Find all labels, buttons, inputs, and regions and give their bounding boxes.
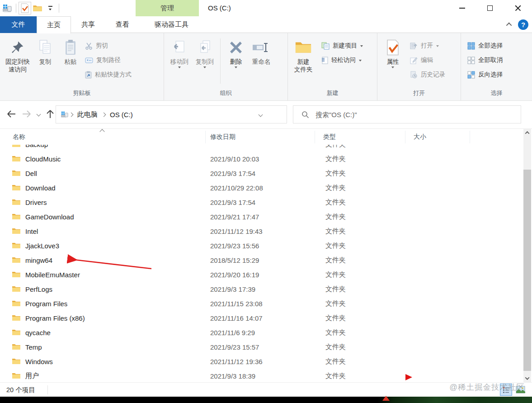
thumbnail-view-button[interactable] (514, 384, 527, 396)
column-header-label: 修改日期 (210, 133, 235, 141)
dropdown-icon (436, 45, 439, 47)
column-header-name[interactable]: 名称 (0, 131, 206, 143)
tab-drive-tools[interactable]: 驱动器工具 (143, 16, 200, 33)
move-to-button[interactable]: 移动到 (167, 38, 192, 69)
copy-to-icon (197, 38, 212, 57)
breadcrumb-this-pc[interactable]: 此电脑 (74, 106, 101, 123)
history-label: 历史记录 (421, 71, 445, 79)
easy-access-button[interactable]: 轻松访问 (320, 53, 365, 67)
file-row[interactable]: CloudMusic 2021/9/10 20:03 文件夹 (0, 152, 523, 166)
file-row[interactable]: Download 2021/10/29 22:08 文件夹 (0, 180, 523, 195)
group-label-new: 新建 (288, 89, 377, 100)
breadcrumb-chevron-icon[interactable] (102, 112, 106, 117)
file-row[interactable]: Program Files 2021/11/15 23:08 文件夹 (0, 296, 523, 311)
group-label-clipboard: 剪贴板 (0, 89, 164, 100)
tab-file[interactable]: 文件 (0, 16, 37, 33)
tab-share[interactable]: 共享 (71, 16, 105, 33)
dropdown-icon (203, 66, 206, 68)
column-header-date-modified[interactable]: 修改日期 (206, 131, 315, 143)
delete-button[interactable]: 删除 (223, 38, 249, 69)
copy-path-icon (85, 57, 93, 63)
file-row[interactable]: qycache 2021/11/6 9:29 文件夹 (0, 325, 523, 340)
vertical-scrollbar[interactable] (523, 129, 531, 382)
scroll-up-button[interactable] (523, 129, 531, 137)
new-folder-button[interactable]: 新建 文件夹 (291, 38, 316, 74)
edit-button[interactable]: 编辑 (408, 53, 447, 67)
properties-check-icon (386, 38, 400, 57)
file-name: Download (25, 184, 56, 192)
scroll-down-button[interactable] (523, 375, 531, 382)
qat-customize-button[interactable] (44, 2, 56, 14)
copy-path-button[interactable]: 复制路径 (83, 53, 133, 67)
file-row[interactable]: PerfLogs 2021/9/3 17:39 文件夹 (0, 282, 523, 296)
close-button[interactable] (504, 0, 532, 16)
address-bar[interactable]: 此电脑 OS (C:) (56, 105, 287, 123)
collapse-ribbon-icon[interactable] (506, 23, 512, 28)
select-all-icon (467, 42, 475, 50)
properties-button[interactable]: 属性 (380, 38, 405, 69)
folder-icon (12, 242, 21, 249)
cut-button[interactable]: 剪切 (83, 38, 133, 53)
dropdown-icon (360, 45, 363, 47)
help-button[interactable]: ? (518, 19, 528, 30)
sort-ascending-icon (99, 129, 104, 134)
scrollbar-thumb[interactable] (523, 170, 531, 371)
file-row[interactable]: Dell 2021/9/3 17:54 文件夹 (0, 166, 523, 180)
up-button[interactable] (43, 107, 57, 121)
select-all-button[interactable]: 全部选择 (466, 38, 504, 53)
qat-properties-button[interactable] (19, 2, 31, 14)
group-label-organize: 组织 (164, 89, 287, 100)
file-row[interactable]: Temp 2021/9/23 15:57 文件夹 (0, 340, 523, 354)
file-row[interactable]: JjackLove3 2021/9/23 15:56 文件夹 (0, 238, 523, 253)
search-box[interactable] (293, 105, 521, 123)
status-separator (47, 385, 48, 394)
new-item-button[interactable]: 新建项目 (320, 38, 365, 53)
file-list-rows: Backup 文件夹 CloudMusic 2021/9/10 20:03 文件… (0, 137, 523, 382)
open-button[interactable]: 打开 (408, 38, 447, 53)
search-input[interactable] (315, 111, 496, 119)
pin-label: 固定到快 速访问 (5, 58, 30, 73)
file-row[interactable]: MobileEmuMaster 2021/9/20 16:19 文件夹 (0, 267, 523, 282)
minimize-button[interactable] (448, 0, 476, 16)
forward-button[interactable] (20, 107, 33, 121)
file-name: mingw64 (25, 256, 52, 264)
file-type: 文件夹 (315, 285, 405, 294)
tab-home[interactable]: 主页 (37, 16, 71, 33)
file-row[interactable]: GameDownload 2021/9/21 17:47 文件夹 (0, 209, 523, 224)
title-bar: 管理 OS (C:) (0, 0, 532, 16)
file-row[interactable]: Program Files (x86) 2021/11/16 14:07 文件夹 (0, 311, 523, 325)
rename-button[interactable]: 重命名 (249, 38, 274, 66)
file-row[interactable]: Windows 2021/11/12 19:36 文件夹 (0, 354, 523, 369)
invert-selection-button[interactable]: 反向选择 (466, 67, 504, 82)
pin-to-quick-access-button[interactable]: 固定到快 速访问 (3, 38, 33, 74)
file-row[interactable]: Intel 2021/11/12 19:43 文件夹 (0, 224, 523, 238)
file-row[interactable]: Drivers 2021/9/3 17:54 文件夹 (0, 195, 523, 209)
file-name: MobileEmuMaster (25, 271, 80, 279)
qat-new-folder-button[interactable] (31, 2, 44, 14)
select-none-button[interactable]: 全部取消 (466, 53, 504, 67)
folder-icon (12, 256, 21, 264)
ribbon: 固定到快 速访问 复制 (0, 33, 532, 101)
address-dropdown-icon[interactable] (259, 112, 263, 117)
recent-locations-button[interactable] (33, 107, 43, 121)
file-date: 2021/11/12 19:36 (206, 358, 315, 365)
column-header-type[interactable]: 类型 (315, 131, 405, 143)
file-row[interactable]: mingw64 2018/5/12 15:29 文件夹 (0, 253, 523, 267)
details-view-icon (502, 386, 510, 394)
maximize-button[interactable] (476, 0, 504, 16)
column-header-size[interactable]: 大小 (405, 131, 470, 143)
folder-icon (12, 314, 21, 322)
quick-access-toolbar (1, 2, 61, 14)
breadcrumb-chevron-icon[interactable] (69, 112, 74, 117)
paste-button[interactable]: 粘贴 (58, 38, 83, 66)
history-button[interactable]: 历史记录 (408, 67, 447, 82)
breadcrumb-current-drive[interactable]: OS (C:) (106, 106, 137, 123)
copy-button[interactable]: 复制 (33, 38, 58, 66)
file-row[interactable]: 用户 2021/9/3 18:39 文件夹 (0, 369, 523, 382)
tab-view[interactable]: 查看 (105, 16, 140, 33)
explorer-drive-icon[interactable] (1, 2, 14, 14)
details-view-button[interactable] (500, 384, 512, 396)
back-button[interactable] (5, 107, 18, 121)
paste-shortcut-button[interactable]: 粘贴快捷方式 (83, 67, 133, 82)
copy-to-button[interactable]: 复制到 (192, 38, 217, 69)
